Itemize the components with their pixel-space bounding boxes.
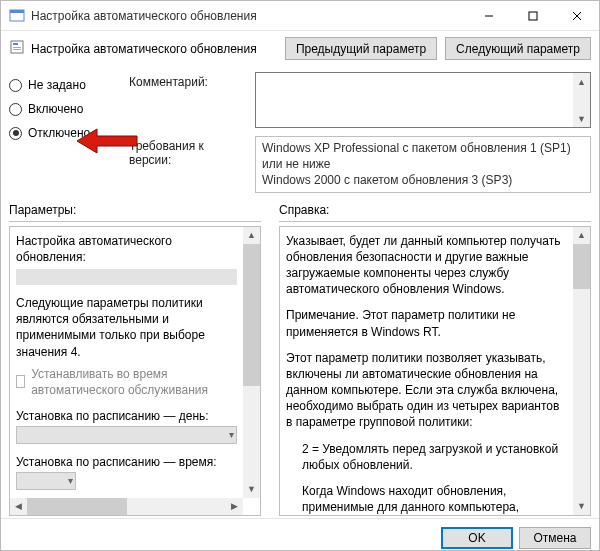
comment-textarea[interactable]: ▲ ▼ bbox=[255, 72, 591, 128]
policy-subtitle: Настройка автоматического обновления bbox=[31, 42, 257, 56]
radio-icon bbox=[9, 103, 22, 116]
comment-label: Комментарий: bbox=[129, 72, 247, 89]
supported-line: Windows 2000 с пакетом обновления 3 (SP3… bbox=[262, 172, 584, 188]
titlebar: Настройка автоматического обновления bbox=[1, 1, 599, 31]
radio-label: Включено bbox=[28, 102, 83, 116]
scrollbar-vertical[interactable]: ▲ ▼ bbox=[243, 227, 260, 498]
schedule-day-label: Установка по расписанию — день: bbox=[16, 408, 237, 424]
options-note: Следующие параметры политики являются об… bbox=[16, 295, 237, 360]
scroll-right-icon[interactable]: ▶ bbox=[226, 498, 243, 515]
scroll-track[interactable] bbox=[573, 244, 590, 498]
window-controls bbox=[467, 1, 599, 31]
supported-line: Windows XP Professional с пакетом обновл… bbox=[262, 140, 584, 172]
schedule-day-dropdown[interactable]: ▾ bbox=[16, 426, 237, 444]
svg-rect-1 bbox=[10, 10, 24, 13]
radio-disabled[interactable]: Отключено bbox=[9, 126, 119, 140]
help-paragraph: 2 = Уведомлять перед загрузкой и установ… bbox=[286, 441, 567, 473]
scroll-down-icon[interactable]: ▼ bbox=[573, 498, 590, 515]
chevron-down-icon: ▾ bbox=[229, 428, 234, 442]
maximize-button[interactable] bbox=[511, 1, 555, 31]
dialog-buttons: OK Отмена bbox=[1, 518, 599, 551]
radio-enabled[interactable]: Включено bbox=[9, 102, 119, 116]
subheader: Настройка автоматического обновления Пре… bbox=[1, 31, 599, 66]
help-heading: Справка: bbox=[279, 201, 591, 222]
state-section: Не задано Включено Отключено Комментарий… bbox=[1, 66, 599, 199]
radio-icon bbox=[9, 127, 22, 140]
scroll-up-icon[interactable]: ▲ bbox=[243, 227, 260, 244]
close-button[interactable] bbox=[555, 1, 599, 31]
fields: Комментарий: ▲ ▼ Требования к версии: Wi… bbox=[129, 72, 591, 193]
radio-not-configured[interactable]: Не задано bbox=[9, 78, 119, 92]
window-title: Настройка автоматического обновления bbox=[31, 9, 467, 23]
scrollbar-horizontal[interactable]: ◀ ▶ bbox=[10, 498, 243, 515]
previous-setting-button[interactable]: Предыдущий параметр bbox=[285, 37, 437, 60]
scroll-track[interactable] bbox=[243, 244, 260, 481]
radio-label: Не задано bbox=[28, 78, 86, 92]
svg-rect-9 bbox=[13, 49, 21, 50]
scroll-track[interactable] bbox=[573, 90, 590, 110]
help-paragraph: Когда Windows находит обновления, примен… bbox=[286, 483, 567, 515]
options-panel: Настройка автоматического обновления: Сл… bbox=[9, 226, 261, 516]
options-heading: Параметры: bbox=[9, 201, 261, 222]
svg-rect-8 bbox=[13, 47, 21, 48]
svg-rect-7 bbox=[13, 43, 18, 45]
panels: Параметры: Настройка автоматического обн… bbox=[1, 199, 599, 518]
help-paragraph: Примечание. Этот параметр политики не пр… bbox=[286, 307, 567, 339]
scroll-down-icon[interactable]: ▼ bbox=[243, 481, 260, 498]
app-icon bbox=[9, 8, 25, 24]
minimize-button[interactable] bbox=[467, 1, 511, 31]
help-panel: Указывает, будет ли данный компьютер пол… bbox=[279, 226, 591, 516]
scrollbar-vertical[interactable]: ▲ ▼ bbox=[573, 73, 590, 127]
policy-icon bbox=[9, 39, 25, 58]
supported-on-label: Требования к версии: bbox=[129, 136, 247, 167]
scroll-down-icon[interactable]: ▼ bbox=[573, 110, 590, 127]
maintenance-checkbox[interactable]: Устанавливать во время автоматического о… bbox=[16, 366, 237, 398]
configure-au-dropdown[interactable] bbox=[16, 269, 237, 285]
policy-editor-window: Настройка автоматического обновления Нас… bbox=[0, 0, 600, 551]
help-paragraph: Этот параметр политики позволяет указыва… bbox=[286, 350, 567, 431]
checkbox-icon bbox=[16, 375, 25, 388]
next-setting-button[interactable]: Следующий параметр bbox=[445, 37, 591, 60]
scroll-up-icon[interactable]: ▲ bbox=[573, 73, 590, 90]
supported-on-text: Windows XP Professional с пакетом обновл… bbox=[255, 136, 591, 193]
radio-icon bbox=[9, 79, 22, 92]
state-radios: Не задано Включено Отключено bbox=[9, 72, 119, 193]
scroll-track[interactable] bbox=[27, 498, 226, 515]
svg-rect-3 bbox=[529, 12, 537, 20]
cancel-button[interactable]: Отмена bbox=[519, 527, 591, 549]
schedule-time-label: Установка по расписанию — время: ▾ bbox=[16, 454, 237, 497]
schedule-time-dropdown[interactable]: ▾ bbox=[16, 472, 76, 490]
help-paragraph: Указывает, будет ли данный компьютер пол… bbox=[286, 233, 567, 298]
configure-au-label: Настройка автоматического обновления: bbox=[16, 233, 237, 265]
chevron-down-icon: ▾ bbox=[68, 474, 73, 488]
scroll-up-icon[interactable]: ▲ bbox=[573, 227, 590, 244]
scroll-left-icon[interactable]: ◀ bbox=[10, 498, 27, 515]
ok-button[interactable]: OK bbox=[441, 527, 513, 549]
checkbox-label: Устанавливать во время автоматического о… bbox=[31, 366, 237, 398]
radio-label: Отключено bbox=[28, 126, 90, 140]
scrollbar-vertical[interactable]: ▲ ▼ bbox=[573, 227, 590, 515]
